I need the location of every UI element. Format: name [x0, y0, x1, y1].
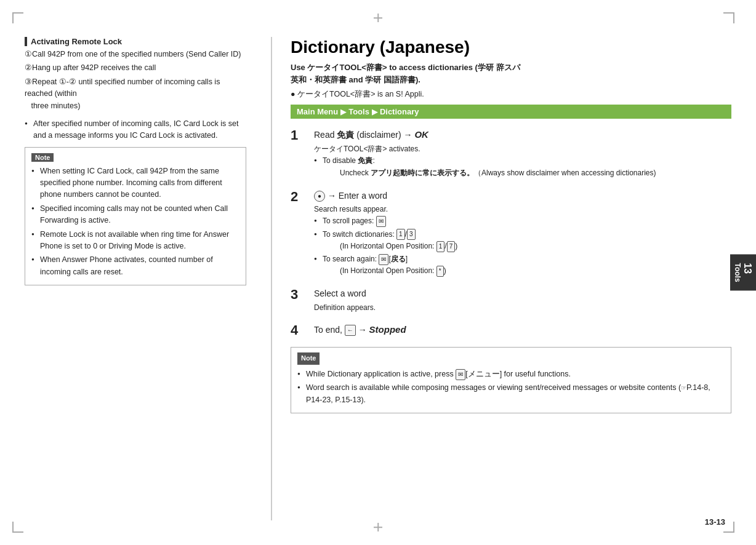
- right-note-bullets: While Dictionary application is active, …: [297, 368, 725, 406]
- step-sub-bullet-1-1: To disable 免責: Uncheck アプリ起動時に常に表示する。（Al…: [314, 155, 731, 178]
- step-block-2: 2 ● → Enter a word Search results appear…: [291, 189, 731, 279]
- side-tab: 13 Tools: [730, 254, 756, 290]
- center-bottom-mark: [374, 523, 382, 531]
- page-container: Activating Remote Lock ①Call 942P from o…: [0, 0, 756, 545]
- step-content-2: ● → Enter a word Search results appear. …: [314, 189, 731, 279]
- step-number-1: 1: [291, 127, 305, 180]
- scroll-key: ✉: [376, 216, 386, 227]
- step-content-4: To end, ← → Stopped: [314, 322, 731, 338]
- step-heading-3: Select a word: [314, 287, 731, 300]
- right-note-bullet-1: While Dictionary application is active, …: [297, 368, 725, 380]
- dict-title: Dictionary (Japanese): [291, 37, 731, 58]
- corner-mark-bl: [12, 522, 23, 533]
- step-heading-2: ● → Enter a word: [314, 189, 731, 202]
- left-note-bullets: When setting IC Card Lock, call 942P fro…: [31, 165, 239, 278]
- nav-main-menu: Main Menu: [297, 107, 338, 116]
- key-mail: ✉: [379, 254, 388, 265]
- steps-bullet-list: After specified number of incoming calls…: [25, 118, 246, 142]
- column-divider: [271, 37, 272, 520]
- key-3: 3: [407, 229, 416, 240]
- stopped-text: Stopped: [369, 324, 406, 335]
- dict-subtitle: Use ケータイTOOL<辞書> to access dictionaries …: [291, 62, 731, 87]
- right-note-bullet-2: Word search is available while composing…: [297, 382, 725, 406]
- right-note-box: Note While Dictionary application is act…: [291, 347, 731, 413]
- step-sub-bullet-2-2: To switch dictionaries: 1/3 (In Horizont…: [314, 229, 731, 252]
- section-title: Activating Remote Lock: [25, 37, 246, 46]
- step-number-2: 2: [291, 189, 305, 279]
- appli-note: ケータイTOOL<辞書> is an S! Appli.: [291, 89, 731, 100]
- step-block-4: 4 To end, ← → Stopped: [291, 322, 731, 338]
- note-bullet-3: Remote Lock is not available when ring t…: [31, 229, 239, 253]
- right-column: Dictionary (Japanese) Use ケータイTOOL<辞書> t…: [284, 37, 731, 520]
- nav-tools: Tools: [348, 107, 369, 116]
- step-heading-4: To end, ← → Stopped: [314, 322, 731, 337]
- steps-list: ①Call 942P from one of the specified num…: [25, 49, 246, 112]
- step-block-3: 3 Select a word Definition appears.: [291, 287, 731, 314]
- step-sub-intro-2: Search results appear.: [314, 204, 731, 215]
- center-top-mark: [374, 14, 382, 22]
- tab-number: 13: [742, 263, 753, 279]
- step-number-3: 3: [291, 287, 305, 314]
- step-item-1: ①Call 942P from one of the specified num…: [25, 49, 246, 60]
- left-note-label: Note: [31, 153, 54, 162]
- nav-dictionary: Dictionary: [380, 107, 419, 116]
- step-sub-3: Definition appears.: [314, 302, 731, 314]
- key-star: *: [436, 266, 444, 277]
- step-number-4: 4: [291, 322, 305, 338]
- corner-mark-tl: [12, 12, 23, 23]
- left-note-box: Note When setting IC Card Lock, call 942…: [25, 147, 246, 285]
- step-heading-1: Read 免責 (disclaimer) → OK: [314, 127, 731, 142]
- step-sub-1: ケータイTOOL<辞書> activates. To disable 免責: U…: [314, 143, 731, 179]
- circle-key-icon: ●: [314, 191, 325, 202]
- step-item-2: ②Hang up after 942P receives the call: [25, 62, 246, 74]
- nav-bar: Main Menu ▶ Tools ▶ Dictionary: [291, 105, 731, 119]
- key-1b: 1: [436, 241, 445, 252]
- nav-arrow-1: ▶: [340, 108, 346, 116]
- step-sub-bullet-2-1: To scroll pages: ✉: [314, 215, 731, 227]
- page-number: 13-13: [705, 517, 725, 527]
- step-bullet-1: After specified number of incoming calls…: [25, 118, 246, 142]
- step-sub-bullet-2-3: To search again: ✉[戻る] (In Horizontal Op…: [314, 253, 731, 277]
- note-bullet-2: Specified incoming calls may not be coun…: [31, 203, 239, 227]
- back-key: ←: [345, 325, 356, 336]
- note-bullet-4: When Answer Phone activates, counted num…: [31, 254, 239, 278]
- step-sub-intro-3: Definition appears.: [314, 302, 731, 314]
- left-column: Activating Remote Lock ①Call 942P from o…: [25, 37, 259, 520]
- step-sub-2: Search results appear. To scroll pages: …: [314, 204, 731, 277]
- menu-key: ✉: [456, 369, 465, 380]
- subtitle-use: Use ケータイTOOL<辞書> to access dictionaries …: [291, 63, 520, 85]
- right-note-label: Note: [297, 352, 320, 365]
- step-sub-intro-1: ケータイTOOL<辞書> activates.: [314, 143, 731, 155]
- step-block-1: 1 Read 免責 (disclaimer) → OK ケータイTOOL<辞書>…: [291, 127, 731, 180]
- step-content-1: Read 免責 (disclaimer) → OK ケータイTOOL<辞書> a…: [314, 127, 731, 180]
- note-bullet-1: When setting IC Card Lock, call 942P fro…: [31, 165, 239, 201]
- key-7: 7: [447, 241, 456, 252]
- step-content-3: Select a word Definition appears.: [314, 287, 731, 314]
- corner-mark-tr: [723, 12, 734, 23]
- step-item-3: ③Repeat ①-② until specified number of in…: [25, 76, 246, 112]
- tab-label: Tools: [733, 263, 742, 282]
- nav-arrow-2: ▶: [372, 108, 377, 116]
- key-1: 1: [396, 229, 405, 240]
